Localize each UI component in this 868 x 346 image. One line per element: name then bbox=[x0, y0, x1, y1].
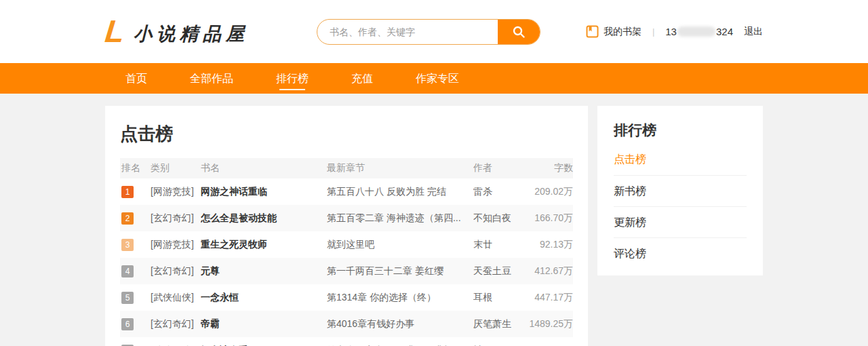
col-header-rank: 排名 bbox=[120, 162, 151, 174]
col-header-author: 作者 bbox=[473, 162, 526, 174]
search-icon bbox=[512, 25, 526, 39]
rank-badge: 4 bbox=[121, 265, 134, 277]
nav-item-充值[interactable]: 充值 bbox=[351, 63, 373, 94]
author-cell: 末廿 bbox=[473, 239, 526, 251]
nav-item-全部作品[interactable]: 全部作品 bbox=[190, 63, 233, 94]
search-input[interactable] bbox=[317, 20, 498, 44]
site-header: L 小说精品屋 我的书架 bbox=[0, 0, 868, 63]
rank-badge: 3 bbox=[121, 239, 134, 251]
brand-name: 小说精品屋 bbox=[134, 24, 249, 46]
nav-item-首页[interactable]: 首页 bbox=[125, 63, 147, 94]
page-title: 点击榜 bbox=[120, 122, 573, 146]
rank-cell: 5 bbox=[120, 292, 151, 304]
rank-badge: 6 bbox=[121, 318, 134, 330]
table-row: 1 [网游竞技] 网游之神话重临 第五百八十八 反败为胜 完结 雷杀 209.0… bbox=[120, 178, 573, 205]
word-count-cell: 209.02万 bbox=[526, 186, 573, 198]
rank-badge: 5 bbox=[121, 292, 134, 304]
latest-chapter-link[interactable]: 第一千两百三十二章 姜红缨 bbox=[327, 265, 473, 277]
category-cell[interactable]: [玄幻奇幻] bbox=[151, 265, 201, 277]
user-area: 我的书架 | 13 324 退出 bbox=[586, 25, 763, 38]
nav-item-排行榜[interactable]: 排行榜 bbox=[276, 63, 309, 94]
phone-suffix: 324 bbox=[716, 26, 733, 37]
book-title-link[interactable]: 一念永恒 bbox=[201, 292, 327, 304]
latest-chapter-link[interactable]: 第1314章 你的选择（终） bbox=[327, 292, 473, 304]
rank-badge: 2 bbox=[121, 212, 134, 225]
logo[interactable]: L 小说精品屋 bbox=[105, 18, 249, 45]
rank-cell: 1 bbox=[120, 186, 151, 198]
logout-link[interactable]: 退出 bbox=[744, 26, 763, 38]
latest-chapter-link[interactable]: 第五百八十八 反败为胜 完结 bbox=[327, 186, 473, 198]
ranking-panel: 点击榜 排名 类别 书名 最新章节 作者 字数 1 [网游竞技] 网游之神话重临… bbox=[105, 106, 588, 346]
rank-badge: 1 bbox=[121, 186, 134, 198]
book-icon bbox=[586, 25, 599, 38]
rank-cell: 4 bbox=[120, 265, 151, 277]
col-header-words: 字数 bbox=[526, 162, 573, 174]
category-cell[interactable]: [玄幻奇幻] bbox=[151, 318, 201, 330]
table-row: 5 [武侠仙侠] 一念永恒 第1314章 你的选择（终） 耳根 447.17万 bbox=[120, 284, 573, 311]
phone-prefix: 13 bbox=[665, 26, 677, 37]
sidebar-item-评论榜[interactable]: 评论榜 bbox=[614, 237, 747, 269]
word-count-cell: 1489.25万 bbox=[526, 318, 573, 330]
author-cell: 耳根 bbox=[473, 292, 526, 304]
author-cell: 厌笔萧生 bbox=[473, 318, 526, 330]
book-title-link[interactable]: 重生之死灵牧师 bbox=[201, 239, 327, 251]
table-row: 2 [玄幻奇幻] 怎么全是被动技能 第五百零二章 海神遗迹（第四... 不知白夜… bbox=[120, 205, 573, 231]
table-row: 6 [玄幻奇幻] 帝霸 第4016章有钱好办事 厌笔萧生 1489.25万 bbox=[120, 311, 573, 337]
sidebar-item-点击榜[interactable]: 点击榜 bbox=[614, 144, 747, 175]
phone-blur bbox=[677, 26, 715, 37]
category-cell[interactable]: [武侠仙侠] bbox=[151, 292, 201, 304]
ranking-table: 排名 类别 书名 最新章节 作者 字数 1 [网游竞技] 网游之神话重临 第五百… bbox=[120, 158, 573, 346]
col-header-chapter: 最新章节 bbox=[327, 162, 473, 174]
table-header-row: 排名 类别 书名 最新章节 作者 字数 bbox=[120, 158, 573, 178]
book-title-link[interactable]: 元尊 bbox=[201, 265, 327, 277]
latest-chapter-link[interactable]: 就到这里吧 bbox=[327, 239, 473, 251]
word-count-cell: 447.17万 bbox=[526, 292, 573, 304]
category-cell[interactable]: [网游竞技] bbox=[151, 186, 201, 198]
sidebar-title: 排行榜 bbox=[614, 121, 747, 140]
word-count-cell: 92.13万 bbox=[526, 239, 573, 251]
sidebar-item-新书榜[interactable]: 新书榜 bbox=[614, 175, 747, 206]
author-cell: 天蚕土豆 bbox=[473, 265, 526, 277]
book-title-link[interactable]: 怎么全是被动技能 bbox=[201, 212, 327, 225]
bookshelf-link[interactable]: 我的书架 bbox=[586, 25, 642, 38]
latest-chapter-link[interactable]: 第4016章有钱好办事 bbox=[327, 318, 473, 330]
col-header-category: 类别 bbox=[151, 162, 201, 174]
nav-item-作家专区[interactable]: 作家专区 bbox=[416, 63, 459, 94]
sidebar-item-更新榜[interactable]: 更新榜 bbox=[614, 206, 747, 237]
page: L 小说精品屋 我的书架 bbox=[0, 0, 868, 346]
author-cell: 雷杀 bbox=[473, 186, 526, 198]
table-row: 7 [武侠仙侠] 妖女请自重 第六十五章 埋伏（求票，求打... 神思箭 21.… bbox=[120, 337, 573, 346]
category-cell[interactable]: [网游竞技] bbox=[151, 239, 201, 251]
word-count-cell: 166.70万 bbox=[526, 212, 573, 225]
book-title-link[interactable]: 网游之神话重临 bbox=[201, 186, 327, 198]
search-button[interactable] bbox=[498, 20, 540, 44]
ranking-sidebar: 排行榜 点击榜新书榜更新榜评论榜 bbox=[597, 106, 763, 275]
col-header-title: 书名 bbox=[201, 162, 327, 174]
phone-number: 13 324 bbox=[665, 26, 733, 37]
rank-cell: 6 bbox=[120, 318, 151, 330]
book-title-link[interactable]: 帝霸 bbox=[201, 318, 327, 330]
logo-icon: L bbox=[104, 18, 125, 45]
rank-cell: 3 bbox=[120, 239, 151, 251]
author-cell: 不知白夜 bbox=[473, 212, 526, 225]
bookshelf-label: 我的书架 bbox=[604, 26, 642, 38]
category-cell[interactable]: [玄幻奇幻] bbox=[151, 212, 201, 225]
table-row: 3 [网游竞技] 重生之死灵牧师 就到这里吧 末廿 92.13万 bbox=[120, 231, 573, 258]
table-row: 4 [玄幻奇幻] 元尊 第一千两百三十二章 姜红缨 天蚕土豆 412.67万 bbox=[120, 258, 573, 284]
word-count-cell: 412.67万 bbox=[526, 265, 573, 277]
search-bar bbox=[317, 19, 540, 45]
latest-chapter-link[interactable]: 第五百零二章 海神遗迹（第四... bbox=[327, 212, 473, 225]
main-nav: 首页全部作品排行榜充值作家专区 bbox=[0, 63, 868, 94]
rank-cell: 2 bbox=[120, 212, 151, 225]
header-divider: | bbox=[652, 26, 654, 37]
